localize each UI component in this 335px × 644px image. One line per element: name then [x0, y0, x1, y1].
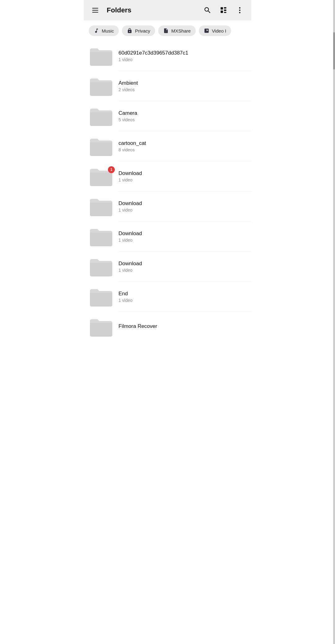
folder-info: Download 1 video	[118, 170, 246, 182]
folder-count: 2 videos	[118, 87, 246, 92]
grid-view-button[interactable]	[218, 5, 229, 16]
header-right	[202, 5, 245, 16]
folder-info: Ambient 2 videos	[118, 80, 246, 92]
folder-info: Download 1 video	[118, 230, 246, 243]
category-chips: Music Privacy MXShare Video I	[84, 20, 251, 41]
folder-icon-wrapper	[89, 286, 114, 307]
folder-icon-wrapper	[89, 75, 114, 96]
folder-name: End	[118, 291, 246, 297]
svg-rect-2	[92, 12, 98, 12]
folder-name: Download	[118, 261, 246, 267]
folder-name: 60d0291e7c3d39657dd387c1	[118, 50, 246, 56]
folder-info: Filmora Recover	[118, 323, 246, 330]
folder-name: cartoon_cat	[118, 140, 246, 146]
folder-count: 5 videos	[118, 117, 246, 122]
svg-point-8	[239, 7, 240, 8]
list-item[interactable]: 60d0291e7c3d39657dd387c1 1 video	[84, 41, 251, 71]
folder-icon	[89, 136, 114, 157]
folder-icon	[89, 75, 114, 96]
page-title: Folders	[107, 6, 131, 14]
folder-icon	[89, 316, 114, 337]
svg-point-10	[239, 12, 240, 13]
folder-name: Camera	[118, 110, 246, 116]
svg-rect-6	[221, 11, 223, 13]
list-item[interactable]: 1 Download 1 video	[84, 161, 251, 191]
more-options-button[interactable]	[234, 5, 245, 16]
list-item[interactable]: Filmora Recover	[84, 312, 251, 342]
folder-icon-wrapper	[89, 316, 114, 337]
category-label-mxshare: MXShare	[171, 28, 191, 34]
folder-icon	[89, 256, 114, 277]
folder-icon	[89, 286, 114, 307]
folder-name: Download	[118, 200, 246, 207]
svg-point-9	[239, 10, 240, 11]
folder-icon-wrapper	[89, 256, 114, 277]
hamburger-button[interactable]	[90, 5, 100, 16]
svg-rect-11	[204, 31, 209, 32]
folder-name: Download	[118, 170, 246, 177]
folder-info: 60d0291e7c3d39657dd387c1 1 video	[118, 50, 246, 62]
folder-icon-wrapper	[89, 45, 114, 66]
folder-name: Ambient	[118, 80, 246, 86]
category-label-video: Video I	[212, 28, 226, 34]
folder-icon-wrapper	[89, 105, 114, 127]
svg-rect-5	[224, 10, 226, 11]
svg-rect-0	[92, 8, 98, 8]
folder-icon-wrapper	[89, 136, 114, 157]
list-item[interactable]: End 1 video	[84, 282, 251, 311]
folder-count: 1 video	[118, 298, 246, 303]
category-label-music: Music	[102, 28, 114, 34]
list-item[interactable]: Download 1 video	[84, 191, 251, 221]
folder-info: Download 1 video	[118, 261, 246, 273]
folder-icon-wrapper	[89, 196, 114, 217]
svg-rect-3	[221, 7, 223, 10]
list-item[interactable]: Ambient 2 videos	[84, 71, 251, 101]
search-button[interactable]	[202, 5, 213, 16]
category-chip-music[interactable]: Music	[89, 25, 119, 36]
folder-count: 1 video	[118, 177, 246, 182]
folder-info: Camera 5 videos	[118, 110, 246, 122]
list-item[interactable]: cartoon_cat 8 videos	[84, 131, 251, 161]
folder-badge: 1	[108, 166, 115, 173]
folder-name: Download	[118, 230, 246, 237]
folder-count: 1 video	[118, 57, 246, 62]
list-item[interactable]: Download 1 video	[84, 252, 251, 281]
category-chip-privacy[interactable]: Privacy	[122, 25, 155, 36]
folder-info: End 1 video	[118, 291, 246, 303]
folder-count: 1 video	[118, 208, 246, 212]
folder-icon	[89, 45, 114, 66]
list-item[interactable]: Download 1 video	[84, 221, 251, 251]
category-label-privacy: Privacy	[135, 28, 150, 34]
folder-name: Filmora Recover	[118, 323, 246, 329]
folder-icon-wrapper	[89, 226, 114, 247]
header-left: Folders	[90, 5, 131, 16]
folder-icon	[89, 226, 114, 247]
folder-count: 8 videos	[118, 147, 246, 152]
svg-rect-1	[92, 10, 98, 11]
folder-icon	[89, 105, 114, 127]
folder-icon	[89, 196, 114, 217]
folder-icon-wrapper: 1	[89, 166, 114, 187]
svg-rect-4	[224, 7, 226, 8]
category-chip-video[interactable]: Video I	[199, 25, 231, 36]
folder-info: cartoon_cat 8 videos	[118, 140, 246, 152]
folder-info: Download 1 video	[118, 200, 246, 212]
folder-count: 1 video	[118, 268, 246, 273]
list-item[interactable]: Camera 5 videos	[84, 101, 251, 131]
header: Folders	[84, 0, 251, 20]
category-chip-mxshare[interactable]: MXShare	[158, 25, 196, 36]
svg-rect-7	[224, 12, 226, 13]
folder-list: 60d0291e7c3d39657dd387c1 1 video Ambient…	[84, 41, 251, 342]
folder-count: 1 video	[118, 238, 246, 243]
